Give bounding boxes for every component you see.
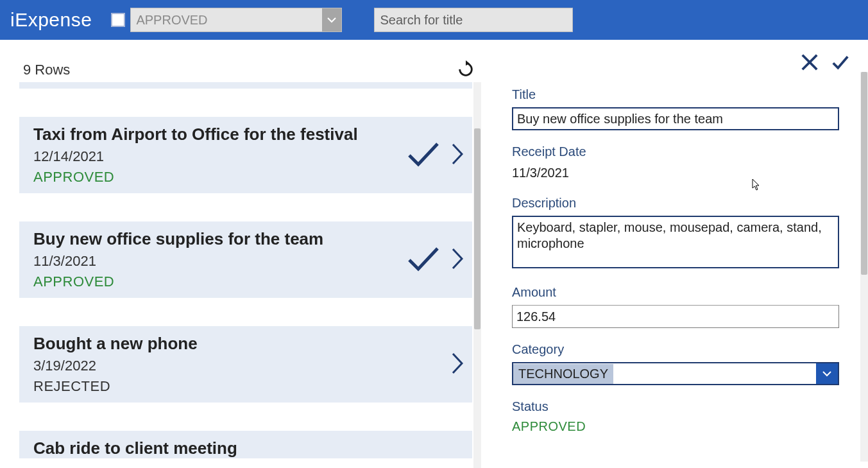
item-title: Buy new office supplies for the team [33,229,461,249]
refresh-icon[interactable] [457,60,475,78]
app-header: iExpense APPROVED [0,0,868,40]
close-icon[interactable] [800,53,819,72]
app-title: iExpense [10,9,92,31]
confirm-check-icon[interactable] [831,53,850,72]
detail-actions [800,53,850,72]
status-filter-dropdown[interactable]: APPROVED [130,8,342,32]
item-status: APPROVED [33,273,461,290]
receipt-date-value: 11/3/2021 [512,164,862,182]
category-group: Category TECHNOLOGY [512,342,862,385]
category-value: TECHNOLOGY [513,364,613,384]
item-title: Cab ride to client meeting [33,438,461,458]
amount-input[interactable] [512,305,839,328]
chevron-down-icon [322,8,341,31]
item-status: APPROVED [33,169,461,186]
list-scrollbar[interactable] [473,82,481,468]
rows-count-label: 9 Rows [23,62,70,78]
status-value: APPROVED [512,419,862,434]
expense-detail-panel: Title Receipt Date 11/3/2021 Description… [481,40,868,468]
filter-checkbox[interactable] [111,13,125,27]
chevron-right-icon[interactable] [452,143,463,168]
detail-scrollbar[interactable] [860,72,868,462]
item-title: Taxi from Airport to Office for the fest… [33,125,461,144]
receipt-date-group: Receipt Date 11/3/2021 [512,144,862,182]
item-actions [407,141,463,169]
item-actions [407,246,463,274]
status-filter-value: APPROVED [136,13,207,28]
expense-list-panel: 9 Rows Taxi from Airport to Office for t… [0,40,481,468]
title-input[interactable] [512,107,839,130]
item-date: 11/3/2021 [33,253,461,270]
list-item[interactable]: Buy new office supplies for the team 11/… [19,221,472,298]
category-label: Category [512,342,862,357]
list-meta: 9 Rows [4,40,481,82]
body-area: 9 Rows Taxi from Airport to Office for t… [0,40,868,468]
item-date: 3/19/2022 [33,358,461,374]
list-item[interactable]: Bought a new phone 3/19/2022 REJECTED [19,326,472,403]
receipt-date-label: Receipt Date [512,144,862,159]
item-actions [452,352,463,377]
title-label: Title [512,87,862,102]
description-group: Description [512,196,862,271]
description-label: Description [512,196,862,211]
category-select[interactable]: TECHNOLOGY [512,362,839,385]
chevron-right-icon[interactable] [452,352,463,377]
item-date: 12/14/2021 [33,148,461,165]
list-item[interactable]: Cab ride to client meeting [19,431,472,458]
check-icon[interactable] [407,141,440,169]
check-icon[interactable] [407,246,440,274]
chevron-down-icon [816,363,838,384]
item-title: Bought a new phone [33,334,461,354]
title-field-group: Title [512,87,862,130]
list-item[interactable]: Taxi from Airport to Office for the fest… [19,117,472,193]
description-textarea[interactable] [512,216,839,268]
status-group: Status APPROVED [512,399,862,434]
chevron-right-icon[interactable] [452,248,463,272]
amount-label: Amount [512,285,862,300]
amount-group: Amount [512,285,862,328]
list-top-divider [19,82,472,89]
list-scroll: Taxi from Airport to Office for the fest… [4,82,481,468]
item-status: REJECTED [33,378,461,395]
search-input[interactable] [374,8,573,32]
status-label: Status [512,399,862,414]
